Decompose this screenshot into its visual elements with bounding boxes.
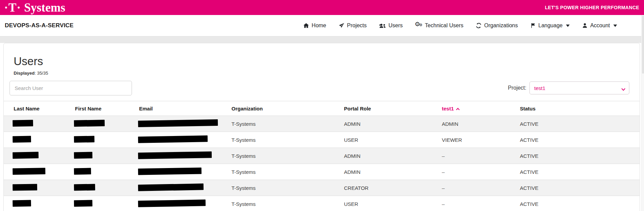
cell-organization: T-Systems — [231, 185, 344, 191]
table-row[interactable]: T-Systems ADMIN – ACTIVE — [4, 164, 640, 180]
home-icon — [303, 22, 309, 29]
cell-portal-role: ADMIN — [344, 153, 442, 159]
nav-item-projects[interactable]: Projects — [339, 22, 367, 29]
cell-portal-role: ADMIN — [344, 121, 442, 127]
cell-portal-role: CREATOR — [344, 185, 442, 191]
search-input[interactable] — [10, 81, 132, 95]
table-row[interactable]: T-Systems USER VIEWER ACTIVE — [4, 132, 640, 148]
redacted-first-name — [74, 152, 92, 159]
scrollbar-thumb[interactable] — [642, 16, 644, 74]
sort-ascending-icon — [456, 106, 460, 111]
flag-icon — [530, 22, 536, 29]
nav-item-home[interactable]: Home — [303, 22, 326, 29]
nav-item-label: Language — [538, 22, 563, 29]
nav-item-label: Organizations — [484, 22, 518, 29]
cell-portal-role: USER — [344, 137, 442, 143]
nav-items: Home Projects Users ⚙ ⚙ Technic — [303, 22, 617, 29]
displayed-label: Displayed — [14, 71, 34, 76]
table-row[interactable]: T-Systems ADMIN – ACTIVE — [4, 148, 640, 164]
cell-status: ACTIVE — [520, 201, 640, 207]
redacted-first-name — [74, 184, 95, 191]
logo-name: Systems — [24, 2, 65, 14]
nav-item-organizations[interactable]: Organizations — [476, 22, 518, 29]
cell-organization: T-Systems — [231, 137, 344, 143]
nav-item-label: Technical Users — [425, 22, 463, 29]
nav-item-label: Account — [590, 22, 610, 29]
scrollbar-track[interactable] — [641, 15, 644, 211]
chevron-down-icon — [613, 25, 617, 27]
redacted-email — [138, 119, 218, 127]
cell-project-role: – — [442, 185, 520, 191]
project-label: Project: — [508, 85, 526, 91]
paper-plane-icon — [339, 22, 345, 29]
nav-item-technical-users[interactable]: ⚙ ⚙ Technical Users — [415, 22, 463, 29]
redacted-first-name — [74, 168, 91, 175]
project-selected-value: test1 — [534, 85, 545, 91]
nav-item-language[interactable]: Language — [530, 22, 570, 29]
page-title: Users — [14, 55, 640, 67]
redacted-first-name — [74, 136, 94, 142]
redacted-last-name — [13, 120, 33, 126]
redacted-last-name — [13, 136, 31, 143]
separator-band — [0, 36, 644, 43]
cell-status: ACTIVE — [520, 137, 640, 143]
column-header-portal-role[interactable]: Portal Role — [344, 106, 442, 111]
redacted-first-name — [74, 200, 92, 207]
table-controls: Project: test1 — [4, 81, 640, 96]
redacted-email — [138, 183, 204, 191]
cell-organization: T-Systems — [231, 153, 344, 159]
table-row[interactable]: T-Systems CREATOR – ACTIVE — [4, 180, 640, 196]
column-header-label: test1 — [442, 106, 454, 111]
table-row[interactable]: T-Systems ADMIN ADMIN ACTIVE — [4, 116, 640, 132]
nav-item-account[interactable]: Account — [582, 22, 617, 29]
table-header-row: Last Name First Name Email Organization … — [4, 101, 640, 116]
table-row[interactable]: T-Systems USER – ACTIVE — [4, 196, 640, 211]
chevron-down-icon — [621, 86, 626, 92]
brand-header: ·T· Systems LET'S POWER HIGHER PERFORMAN… — [0, 0, 644, 15]
cell-status: ACTIVE — [520, 153, 640, 159]
column-header-first-name[interactable]: First Name — [75, 106, 139, 111]
users-content-card: Users Displayed: 35/35 Project: test1 La… — [3, 43, 640, 211]
column-header-last-name[interactable]: Last Name — [14, 106, 75, 111]
redacted-email — [138, 167, 201, 175]
t-systems-logo[interactable]: ·T· Systems — [4, 2, 65, 14]
nav-item-label: Home — [312, 22, 326, 29]
redacted-email — [138, 199, 206, 207]
displayed-value: : 35/35 — [34, 71, 48, 76]
cell-project-role: VIEWER — [442, 137, 520, 143]
nav-item-label: Projects — [347, 22, 367, 29]
cell-status: ACTIVE — [520, 185, 640, 191]
nav-item-users[interactable]: Users — [379, 22, 403, 29]
column-header-project-role[interactable]: test1 — [442, 106, 520, 111]
redacted-email — [138, 135, 208, 143]
cell-project-role: – — [442, 153, 520, 159]
cell-organization: T-Systems — [231, 201, 344, 207]
column-header-organization[interactable]: Organization — [231, 106, 344, 111]
cell-organization: T-Systems — [231, 121, 344, 127]
redacted-last-name — [13, 184, 37, 191]
brand-tagline: LET'S POWER HIGHER PERFORMANCE — [545, 5, 639, 10]
redacted-first-name — [74, 120, 105, 127]
nav-item-label: Users — [389, 22, 403, 29]
redacted-last-name — [13, 200, 31, 207]
project-filter: Project: test1 — [508, 81, 629, 94]
cell-status: ACTIVE — [520, 121, 640, 127]
project-select[interactable]: test1 — [529, 81, 629, 94]
users-table: Last Name First Name Email Organization … — [4, 101, 640, 211]
cell-organization: T-Systems — [231, 169, 344, 175]
redacted-last-name — [13, 152, 39, 159]
redacted-email — [138, 151, 212, 159]
column-header-email[interactable]: Email — [139, 106, 231, 111]
person-icon — [582, 22, 588, 29]
cell-project-role: – — [442, 201, 520, 207]
chevron-down-icon — [566, 25, 570, 27]
gears-icon: ⚙ ⚙ — [415, 22, 422, 29]
main-navbar: DEVOPS-AS-A-SERVICE Home Projects Users — [0, 15, 644, 36]
cell-project-role: – — [442, 169, 520, 175]
cell-project-role: ADMIN — [442, 121, 520, 127]
app-title: DEVOPS-AS-A-SERVICE — [5, 22, 74, 29]
sync-arrows-icon — [476, 22, 482, 29]
column-header-status[interactable]: Status — [520, 106, 640, 111]
users-icon — [379, 22, 386, 29]
cell-portal-role: ADMIN — [344, 169, 442, 175]
